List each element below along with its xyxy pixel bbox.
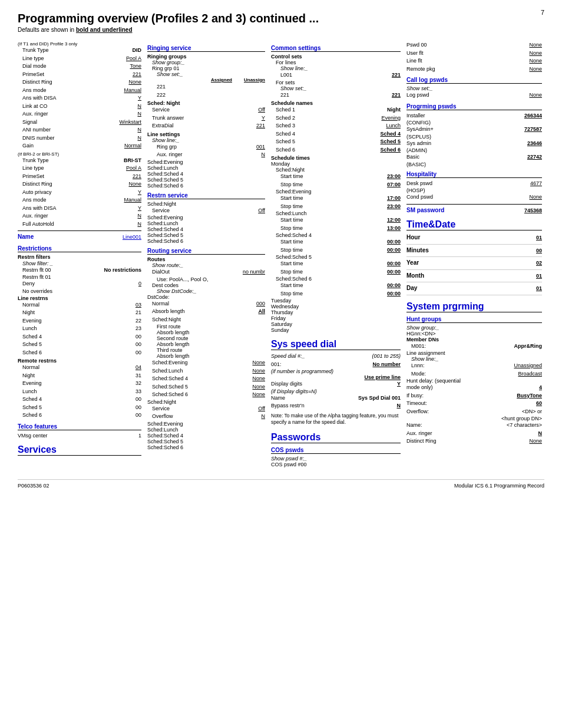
m001-label: M001: xyxy=(411,342,426,351)
s6-stop-label: Stop time xyxy=(280,290,303,298)
ring-grp-01: Ring grp 01 xyxy=(147,65,265,71)
remote-normal-row: Normal 04 xyxy=(18,364,141,372)
for-sets-label: For sets xyxy=(271,80,401,85)
sched6-restrn-label: Sched 6 xyxy=(18,349,118,357)
distinct-ring-hunt-value: None xyxy=(529,437,542,446)
routing-service2-label: Service xyxy=(152,405,258,413)
s4-start-row: Start time 00:00 xyxy=(271,238,401,246)
passwords-header: Passwords xyxy=(271,432,401,443)
routing-sched5-label: Sched:Sched 5 xyxy=(152,383,252,391)
s6-stop-value: 00:00 xyxy=(387,290,401,298)
remote-lunch-value: 33 xyxy=(118,388,141,396)
sched5-name-value: Sched 5 xyxy=(380,138,401,146)
full-autohold-value: N xyxy=(118,220,141,229)
lunch-restrn-row: Lunch 23 xyxy=(18,325,141,333)
trunk-answer-value: Y xyxy=(262,114,265,123)
user-flt-label: User flt xyxy=(406,50,529,58)
assigned-header: Assigned Unassign xyxy=(147,77,265,83)
line-flt-label: Line flt xyxy=(406,57,529,65)
sunday: Sunday xyxy=(271,327,401,333)
mode-row: Mode: Broadcast xyxy=(406,370,542,378)
sysadmin2-value: 23646 xyxy=(527,140,542,148)
routing-sched4-row: Sched:Sched 4 None xyxy=(147,375,265,383)
bri-ans-mode-label: Ans mode xyxy=(18,196,118,205)
cos-pswd-00: COS pswd #00 xyxy=(271,462,401,467)
installer-row: Installer 266344 xyxy=(406,112,542,120)
se-start-label: Start time xyxy=(280,195,303,203)
routing-sched6-value: None xyxy=(252,391,265,399)
overflow-hunt-value: <DN> or xyxy=(522,408,542,416)
normal-dstcode-value: 000 xyxy=(256,300,265,308)
aux-ringer-hunt-value: N xyxy=(538,430,543,438)
sched4-name-row: Sched 4 Sched 4 xyxy=(271,130,401,139)
name-hunt-value: <7 characters> xyxy=(507,421,542,430)
se-stop-value: 23:00 xyxy=(387,203,401,211)
cond-pswd-label: Cond pswd xyxy=(406,193,529,202)
bri-primeset-row: PrimeSet 221 xyxy=(18,173,141,181)
timeout-row: Timeout: 60 xyxy=(406,400,542,408)
normal-restrn-label: Normal xyxy=(18,301,118,309)
bypass-label: Bypass restr'n xyxy=(271,402,397,410)
sched6-restrn-value: 00 xyxy=(118,349,141,357)
ans-mode-label: Ans mode xyxy=(18,87,118,95)
hour-row: Hour 01 xyxy=(406,233,542,245)
aux-ringer-hunt-label: Aux. ringer xyxy=(406,430,538,438)
sched4-name-value: Sched 4 xyxy=(380,130,401,139)
full-autohold-row: Full AutoHold N xyxy=(18,220,141,229)
restrn-sched5: Sched:Sched 5 xyxy=(147,232,265,238)
s4-stop-label: Stop time xyxy=(280,246,303,255)
remote-sched4-label: Sched 4 xyxy=(18,396,118,404)
minutes-label: Minutes xyxy=(406,246,536,255)
remote-night-label: Night xyxy=(18,372,118,380)
sl-stop-label: Stop time xyxy=(280,225,303,233)
cos-pswds-header: COS pswds xyxy=(271,447,401,454)
restrn-sched-night: Sched:Night xyxy=(147,201,265,207)
service-row-ring: Service Off xyxy=(147,106,265,114)
m001-row: M001: Appr&Ring xyxy=(406,342,542,351)
desk-pswd-value: 4677 xyxy=(530,180,542,188)
sn-stop-label: Stop time xyxy=(280,181,303,189)
sysadmin2-row: Sys admin 23646 xyxy=(406,140,542,148)
basic-row: Basic 22742 xyxy=(406,153,542,162)
show-dstcode: Show DstCode:_ xyxy=(147,288,265,294)
auto-privacy-label: Auto privacy xyxy=(18,189,118,197)
sched2-row: Sched 2 Evening xyxy=(271,114,401,123)
distinct-ring-hunt-row: Distinct Ring None xyxy=(406,437,542,446)
sched1-label: Sched 1 xyxy=(276,106,387,114)
val-221: 221 xyxy=(157,83,166,91)
bri-trunk-type-label: Trunk Type xyxy=(18,157,118,165)
ani-label: ANI number xyxy=(18,126,118,134)
user-flt-value: None xyxy=(529,50,542,58)
member-dns-label: Member DNs xyxy=(406,337,542,342)
ring-grp-val-row: Ring grp 001 xyxy=(147,143,265,151)
show-filter: Show filter: _ xyxy=(18,261,141,266)
second-route: Second route xyxy=(147,335,265,341)
s4-start-label: Start time xyxy=(280,238,303,246)
year-row: Year 02 xyxy=(406,258,542,270)
mode-only-row: mode only) 4 xyxy=(406,384,542,392)
sn-start-value: 23:00 xyxy=(387,173,401,181)
call-log-header: Call log pswds xyxy=(406,77,542,84)
se-start-row: Start time 17:00 xyxy=(271,195,401,203)
gain-value: Normal xyxy=(118,142,141,150)
year-value: 02 xyxy=(536,259,542,268)
remote-normal-value: 04 xyxy=(118,364,141,372)
name-hunt-row: Name: <7 characters> xyxy=(406,421,542,430)
s5-stop-row: Stop time 00:00 xyxy=(271,268,401,276)
restrn-flt01: Restrn flt 01 xyxy=(18,274,141,280)
deny-label: Deny xyxy=(18,280,118,288)
restrn-service-value: Off xyxy=(258,207,265,215)
dnis-value: N xyxy=(118,134,141,143)
day-label: Day xyxy=(406,284,536,292)
restrn-sched-lunch: Sched:Lunch xyxy=(147,220,265,226)
dstcode-label: DstCode: xyxy=(147,294,265,300)
footer-left: P0603536 02 xyxy=(18,483,49,489)
sys-speed-dial-header: Sys speed dial xyxy=(271,339,401,350)
profile3-header: (If T1 and DID) Profile 3 only xyxy=(18,41,141,47)
minutes-value: 00 xyxy=(536,247,542,255)
sched1-value: Night xyxy=(387,106,401,114)
thursday: Thursday xyxy=(271,309,401,315)
pswd00-row: Pswd 00 None xyxy=(406,41,542,50)
display-digits-value: Y xyxy=(397,380,401,388)
routing-lunch-row: Sched:Lunch None xyxy=(147,367,265,375)
